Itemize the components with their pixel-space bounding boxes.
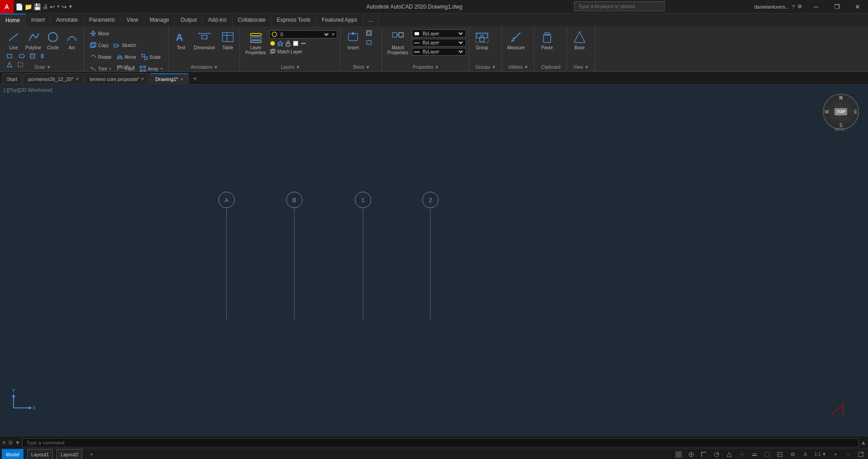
btn-rotate[interactable]: Rotate <box>88 52 113 62</box>
btn-gradient[interactable] <box>38 52 48 60</box>
btn-layer-properties[interactable]: LayerProperties <box>244 29 268 56</box>
status-zoom-out-icon[interactable]: − <box>843 450 854 459</box>
status-lineweight-icon[interactable] <box>749 450 760 459</box>
btn-dimension[interactable]: Dimension <box>192 29 217 51</box>
open-icon[interactable]: 📁 <box>24 3 32 10</box>
btn-line[interactable]: Line <box>5 29 23 51</box>
cmd-settings-icon[interactable]: ⚙ <box>8 440 13 446</box>
tab-collaborate[interactable]: Collaborate <box>232 14 271 26</box>
layer-on-icon[interactable] <box>269 40 276 47</box>
status-polar-icon[interactable] <box>711 450 722 459</box>
btn-move[interactable]: Move <box>88 29 111 38</box>
tab-pormenor-close[interactable]: ✕ <box>75 76 79 81</box>
status-otrack-icon[interactable] <box>736 450 747 459</box>
status-annotate-icon[interactable]: A <box>800 450 811 459</box>
btn-group[interactable]: Group <box>473 29 491 51</box>
btn-copy[interactable]: Copy <box>88 41 110 50</box>
layer-select[interactable]: 0 <box>278 31 330 38</box>
minimize-btn[interactable]: ─ <box>806 0 826 14</box>
status-snap-icon[interactable] <box>686 450 697 459</box>
tab-pormenor-label: pormenor26_12_20* <box>28 76 73 82</box>
marker-b[interactable]: B <box>286 192 302 208</box>
tab-drawing1-close[interactable]: ✕ <box>180 77 184 82</box>
title-search-input[interactable] <box>574 1 665 11</box>
cmd-dropdown-icon[interactable]: ▼ <box>15 440 20 446</box>
layer-linetype-icon[interactable] <box>300 40 307 47</box>
save-icon[interactable]: 💾 <box>33 3 41 10</box>
canvas-area[interactable]: [-][Top][2D Wireframe] A B 1 2 N S E W T… <box>0 85 868 436</box>
status-settings-icon[interactable]: ⚙ <box>787 450 798 459</box>
btn-hatch[interactable] <box>28 52 38 60</box>
tab-insert[interactable]: Insert <box>26 14 51 26</box>
tab-manage[interactable]: Manage <box>144 14 175 26</box>
tab-more[interactable]: ... <box>363 14 379 26</box>
layer-lock-icon[interactable] <box>285 40 291 47</box>
status-zoom-in-icon[interactable]: + <box>830 450 841 459</box>
new-icon[interactable]: 📄 <box>15 3 23 10</box>
help-icon[interactable]: ? <box>792 4 795 9</box>
tab-layout2[interactable]: Layout2 <box>57 449 82 459</box>
layer-color-icon[interactable] <box>292 40 299 47</box>
marker-a[interactable]: A <box>218 192 235 208</box>
cmd-close-icon[interactable]: ✕ <box>2 440 6 446</box>
tab-layout1[interactable]: Layout1 <box>27 449 53 459</box>
btn-block-more1[interactable] <box>364 29 374 37</box>
btn-ellipse[interactable] <box>17 52 27 60</box>
btn-paste[interactable]: Paste <box>538 29 556 51</box>
layer-freeze-icon[interactable] <box>277 40 283 47</box>
close-btn[interactable]: ✕ <box>847 0 868 14</box>
undo-icon[interactable]: ↩ <box>50 3 55 10</box>
app-icon[interactable]: A <box>0 0 14 14</box>
btn-circle[interactable]: Circle <box>44 29 62 51</box>
btn-match-properties[interactable]: MatchProperties <box>386 29 410 56</box>
btn-stretch[interactable]: Stretch <box>111 41 138 50</box>
status-fullscreen-icon[interactable] <box>855 450 866 459</box>
tab-add-layout-btn[interactable]: + <box>86 450 97 459</box>
btn-match-layer[interactable]: Match Layer <box>269 48 337 55</box>
tab-home[interactable]: Home <box>0 14 26 26</box>
wcs-btn[interactable]: WCS... <box>823 127 859 132</box>
redo-icon[interactable]: ↪ <box>61 3 67 10</box>
status-osnap-icon[interactable] <box>724 450 735 459</box>
undo-dropdown[interactable]: ▼ <box>57 5 60 9</box>
tab-model[interactable]: Model <box>2 449 24 459</box>
color-select[interactable]: ByLayer <box>421 31 464 37</box>
settings-icon[interactable]: ⚙ <box>797 4 802 9</box>
group-groups: Group Groups ▼ <box>470 27 502 71</box>
status-ortho-icon[interactable] <box>698 450 709 459</box>
drawing-canvas[interactable] <box>0 85 868 436</box>
btn-polyline[interactable]: Polyline <box>24 29 43 51</box>
linetype-select[interactable]: ByLayer <box>421 40 464 46</box>
btn-mirror[interactable]: Mirror <box>114 52 138 62</box>
plot-icon[interactable]: 🖨 <box>42 3 48 10</box>
btn-base[interactable]: Base <box>571 29 589 51</box>
marker-2[interactable]: 2 <box>422 192 439 208</box>
tab-view[interactable]: View <box>121 14 144 26</box>
tab-output[interactable]: Output <box>175 14 203 26</box>
cmd-expand-icon[interactable]: ▲ <box>861 440 866 446</box>
status-transparency-icon[interactable] <box>762 450 773 459</box>
user-name[interactable]: danielantunes... <box>754 4 789 9</box>
tab-add-btn[interactable]: + <box>189 73 200 84</box>
marker-1[interactable]: 1 <box>355 192 371 208</box>
restore-btn[interactable]: ❐ <box>826 0 847 14</box>
btn-insert[interactable]: Insert <box>344 29 362 51</box>
btn-block-more2[interactable] <box>364 38 374 46</box>
status-selection-icon[interactable] <box>774 450 785 459</box>
tab-addins[interactable]: Add-ins <box>203 14 232 26</box>
tab-annotate[interactable]: Annotate <box>51 14 84 26</box>
btn-text[interactable]: A Text <box>172 29 190 51</box>
btn-table[interactable]: Table <box>219 29 237 51</box>
compass-top-btn[interactable]: TOP <box>835 108 847 115</box>
tab-parametric[interactable]: Parametric <box>84 14 121 26</box>
lineweight-select[interactable]: ByLayer <box>421 49 464 55</box>
customize-icon[interactable]: ▼ <box>68 4 73 9</box>
tab-featured[interactable]: Featured Apps <box>316 14 363 26</box>
tab-express[interactable]: Express Tools <box>271 14 316 26</box>
btn-measure[interactable]: Measure <box>505 29 527 51</box>
command-input[interactable] <box>22 438 859 447</box>
btn-arc[interactable]: Arc <box>63 29 81 51</box>
btn-rectangle[interactable] <box>5 52 16 60</box>
btn-scale[interactable]: Scale <box>139 52 163 62</box>
status-grid-icon[interactable] <box>673 450 684 459</box>
